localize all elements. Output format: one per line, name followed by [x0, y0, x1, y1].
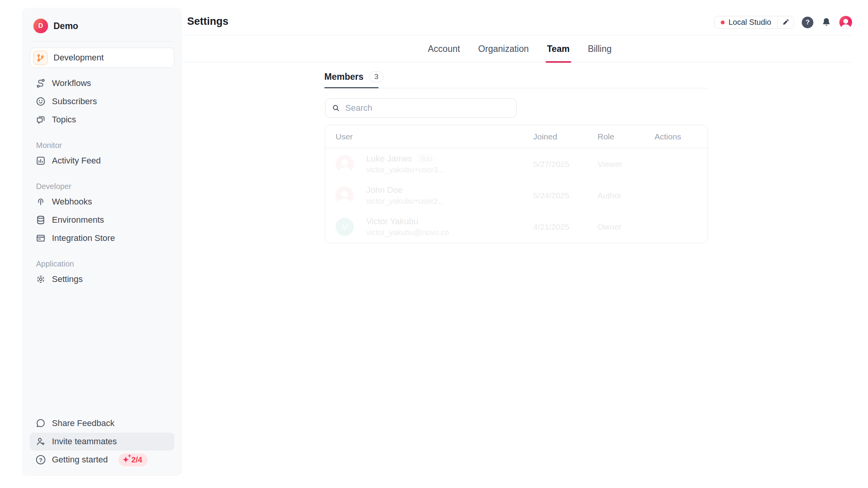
tab-billing[interactable]: Billing	[588, 35, 611, 62]
share-feedback-button[interactable]: Share Feedback	[30, 414, 174, 432]
member-name: John Doe	[366, 185, 403, 195]
tab-organization[interactable]: Organization	[478, 35, 529, 62]
member-email: victor_yakubu@novu.co	[366, 228, 449, 237]
column-header-user: User	[336, 132, 533, 141]
settings-gear-icon	[36, 274, 46, 284]
section-label: Application	[22, 258, 182, 270]
tab-account[interactable]: Account	[428, 35, 460, 62]
sidebar-section-monitor: Monitor Activity Feed	[22, 139, 182, 170]
sidebar-divider	[31, 41, 174, 41]
environments-icon	[36, 215, 46, 225]
topics-icon	[36, 115, 46, 125]
table-body: Luke James You victor_yakubu+user3... 5/…	[325, 148, 708, 242]
sidebar-item-topics[interactable]: Topics	[30, 111, 174, 129]
notifications-button[interactable]	[821, 17, 832, 27]
column-header-joined: Joined	[533, 132, 598, 141]
user-avatar[interactable]	[839, 16, 852, 29]
sidebar-item-subscribers[interactable]: Subscribers	[30, 93, 174, 110]
table-row: Luke James You victor_yakubu+user3... 5/…	[325, 148, 708, 180]
getting-started-button[interactable]: Getting started 2/4	[30, 451, 174, 469]
tab-label: Account	[428, 44, 460, 54]
member-role: Viewer	[598, 160, 654, 169]
sidebar-section-application: Application Settings	[22, 258, 182, 288]
member-avatar	[336, 186, 354, 204]
org-switcher[interactable]: D Demo	[22, 8, 182, 41]
member-joined: 4/21/2025	[533, 222, 598, 232]
sidebar-item-label: Settings	[52, 274, 83, 284]
members-count-badge: 3	[369, 71, 384, 82]
org-avatar-initial: D	[38, 22, 43, 30]
sidebar-item-label: Subscribers	[52, 96, 97, 107]
member-role: Owner	[598, 222, 654, 232]
getting-started-label: Getting started	[52, 455, 108, 465]
you-badge: You	[417, 154, 436, 163]
org-name: Demo	[53, 21, 78, 31]
sidebar-item-integration-store[interactable]: Integration Store	[30, 229, 174, 247]
sidebar-item-label: Topics	[52, 115, 76, 125]
share-feedback-label: Share Feedback	[52, 418, 114, 428]
member-avatar-initial: V	[342, 222, 347, 232]
members-search	[325, 98, 517, 118]
user-plus-icon	[36, 436, 46, 447]
members-tab[interactable]: Members 3	[324, 71, 384, 82]
integration-store-icon	[36, 233, 46, 243]
local-studio-button[interactable]: Local Studio	[715, 16, 777, 28]
members-active-underline	[324, 87, 379, 88]
section-label: Developer	[22, 180, 182, 192]
members-table: User Joined Role Actions Luke James You …	[325, 125, 708, 243]
invite-teammates-button[interactable]: Invite teammates	[30, 433, 174, 450]
active-tab-indicator	[546, 61, 571, 63]
workflows-icon	[36, 78, 46, 88]
member-email: victor_yakubu+user2...	[366, 197, 444, 206]
bell-icon	[821, 17, 832, 27]
tab-label: Team	[547, 44, 570, 54]
help-button[interactable]	[802, 17, 813, 28]
member-joined: 5/27/2025	[533, 160, 598, 169]
sidebar-item-environments[interactable]: Environments	[30, 211, 174, 229]
sidebar-item-label: Workflows	[52, 78, 91, 88]
sidebar-item-label: Environments	[52, 215, 104, 225]
invite-teammates-label: Invite teammates	[52, 436, 117, 447]
app: { "colors": { "accent": "#d92b57", "red-…	[0, 0, 868, 488]
settings-tab-bar: Account Organization Team Billing	[182, 35, 853, 62]
getting-started-progress: 2/4	[131, 455, 142, 464]
table-row: John Doe victor_yakubu+user2... 5/24/202…	[325, 180, 708, 211]
sidebar-item-webhooks[interactable]: Webhooks	[30, 193, 174, 211]
members-label: Members	[324, 72, 363, 82]
member-role: Author	[598, 191, 654, 200]
tab-label: Billing	[588, 44, 611, 54]
table-row: V Victor Yakubu victor_yakubu@novu.co 4/…	[325, 211, 708, 242]
webhook-icon	[36, 197, 46, 207]
activity-feed-icon	[36, 156, 46, 166]
sidebar-item-activity-feed[interactable]: Activity Feed	[30, 152, 174, 170]
header-controls: Local Studio	[714, 16, 852, 29]
search-input[interactable]	[345, 103, 510, 113]
status-dot	[721, 21, 725, 24]
pencil-icon	[782, 19, 789, 26]
sidebar-section-developer: Developer Webhooks	[22, 180, 182, 247]
question-circle-icon	[36, 455, 46, 465]
getting-started-progress-badge: 2/4	[119, 454, 148, 466]
subscribers-icon	[36, 96, 46, 107]
tab-label: Organization	[478, 44, 529, 54]
members-divider	[324, 88, 708, 88]
sidebar-item-label: Webhooks	[52, 197, 92, 207]
environment-selector[interactable]: Development	[30, 48, 174, 68]
sidebar-item-settings[interactable]: Settings	[30, 270, 174, 288]
sparkles-icon	[122, 456, 129, 464]
tab-team[interactable]: Team	[547, 35, 570, 62]
column-header-role: Role	[598, 132, 654, 141]
member-email: victor_yakubu+user3...	[366, 165, 444, 174]
edit-button[interactable]	[777, 16, 794, 28]
column-header-actions: Actions	[654, 132, 708, 141]
member-name: Victor Yakubu	[366, 217, 418, 227]
git-branch-icon	[33, 51, 48, 65]
member-avatar	[336, 155, 354, 173]
sidebar-nav: Workflows Subscribers Topics Mon	[22, 74, 182, 288]
local-studio-pill: Local Studio	[714, 16, 794, 29]
section-label: Monitor	[22, 139, 182, 151]
environment-label: Development	[53, 53, 104, 63]
table-header: User Joined Role Actions	[325, 125, 708, 148]
member-joined: 5/24/2025	[533, 191, 598, 200]
sidebar-item-workflows[interactable]: Workflows	[30, 74, 174, 92]
